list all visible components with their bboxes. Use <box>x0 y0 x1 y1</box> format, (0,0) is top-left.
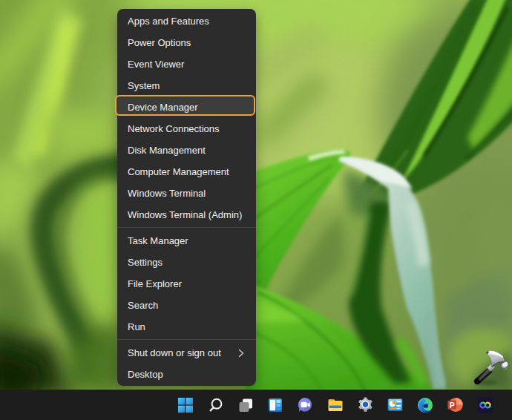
svg-text:P: P <box>450 401 455 410</box>
